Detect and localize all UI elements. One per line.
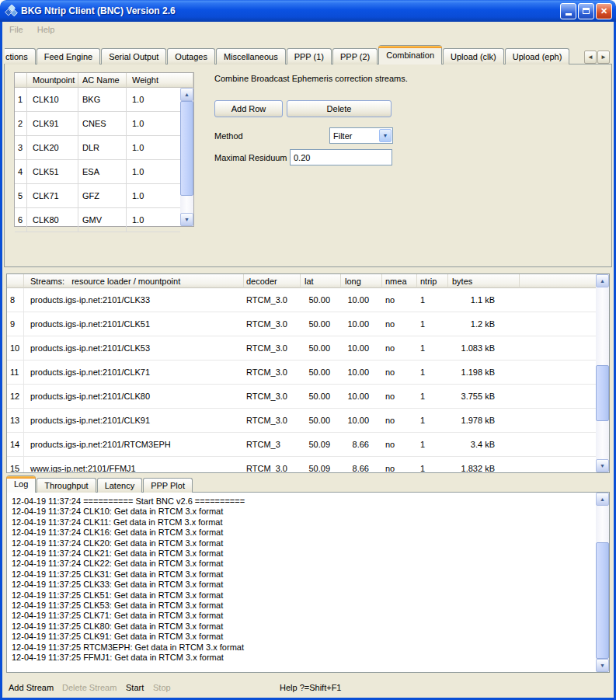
ac-name-cell: ESA	[78, 160, 127, 183]
stream-row[interactable]: 13products.igs-ip.net:2101/CLK91RTCM_3.0…	[7, 409, 609, 433]
add-row-button[interactable]: Add Row	[214, 100, 283, 117]
maximize-icon	[583, 8, 590, 14]
maximal-residuum-input[interactable]	[290, 149, 392, 165]
combination-row[interactable]: 2CLK91CNES1.0	[15, 112, 180, 136]
weight-cell: 1.0	[127, 88, 180, 111]
scrollbar-thumb[interactable]	[180, 101, 193, 196]
bytes-cell: 1.1 kB	[448, 288, 520, 312]
window-content: File Help ctionsFeed EngineSerial Output…	[0, 22, 616, 700]
column-header-ntrip[interactable]: ntrip	[417, 274, 448, 288]
stream-row[interactable]: 10products.igs-ip.net:2101/CLK53RTCM_3.0…	[7, 336, 609, 360]
lat-cell: 50.00	[301, 336, 341, 360]
menu-file[interactable]: File	[9, 25, 23, 34]
log-line: 12-04-19 11:37:24 CLK10: Get data in RTC…	[12, 507, 609, 517]
log-panel: 12-04-19 11:37:24 ========== Start BNC v…	[6, 492, 610, 673]
tab-log[interactable]: Log	[6, 475, 36, 493]
mountpoint-cell: CLK10	[27, 88, 78, 111]
bytes-cell: 3.755 kB	[448, 385, 520, 408]
combination-row[interactable]: 1CLK10BKG1.0	[15, 88, 180, 112]
tab-scroll-right-icon[interactable]: ►	[597, 50, 610, 64]
column-header-streams[interactable]: Streams: resource loader / mountpoint	[24, 274, 244, 288]
streams-table-scrollbar[interactable]: ▲ ▼	[596, 274, 609, 472]
scrollbar-track[interactable]	[596, 287, 609, 459]
scrollbar-thumb[interactable]	[596, 542, 609, 659]
tab-ppp-plot[interactable]: PPP Plot	[143, 478, 193, 493]
decoder-cell: RTCM_3.0	[244, 409, 301, 432]
tab-serial-output[interactable]: Serial Output	[101, 48, 166, 64]
tab-feed-engine[interactable]: Feed Engine	[37, 48, 100, 64]
close-button[interactable]: ✕	[596, 3, 612, 19]
weight-cell: 1.0	[127, 208, 180, 232]
combination-row[interactable]: 3CLK20DLR1.0	[15, 136, 180, 160]
scroll-down-icon[interactable]: ▼	[596, 459, 609, 472]
app-window: BKG Ntrip Client (BNC) Version 2.6 ✕ Fil…	[0, 0, 616, 700]
stream-row[interactable]: 14products.igs-ip.net:2101/RTCM3EPHRTCM_…	[7, 433, 609, 457]
delete-button[interactable]: Delete	[287, 100, 392, 117]
combination-panel: Mountpoint AC Name Weight 1CLK10BKG1.02C…	[4, 64, 612, 267]
combo-arrow-icon[interactable]: ▼	[379, 129, 392, 142]
log-line: 12-04-19 11:37:25 CLK31: Get data in RTC…	[12, 569, 609, 580]
corner-header	[7, 274, 24, 288]
stream-row[interactable]: 12products.igs-ip.net:2101/CLK80RTCM_3.0…	[7, 385, 609, 409]
scrollbar-track[interactable]	[180, 101, 193, 213]
nmea-cell: no	[382, 409, 417, 432]
log-line: 12-04-19 11:37:24 CLK20: Get data in RTC…	[12, 538, 609, 549]
column-header-nmea[interactable]: nmea	[382, 274, 417, 288]
combination-table: Mountpoint AC Name Weight 1CLK10BKG1.02C…	[14, 72, 194, 227]
title-bar[interactable]: BKG Ntrip Client (BNC) Version 2.6 ✕	[0, 0, 616, 22]
add-stream-action[interactable]: Add Stream	[9, 683, 54, 692]
column-header-ac-name[interactable]: AC Name	[78, 73, 127, 88]
tab-upload-clk[interactable]: Upload (clk)	[443, 48, 504, 64]
tab-combination[interactable]: Combination	[378, 45, 442, 64]
method-select[interactable]: Filter ▼	[329, 127, 393, 144]
stream-row[interactable]: 8products.igs-ip.net:2101/CLK33RTCM_3.05…	[7, 288, 609, 312]
tab-outages[interactable]: Outages	[167, 48, 215, 64]
window-controls: ✕	[560, 3, 612, 19]
tab-throughput[interactable]: Throughput	[37, 478, 96, 493]
maximize-button[interactable]	[578, 3, 594, 19]
log-line: 12-04-19 11:37:24 CLK22: Get data in RTC…	[12, 559, 609, 569]
scrollbar-track[interactable]	[596, 506, 609, 659]
stream-row[interactable]: 11products.igs-ip.net:2101/CLK71RTCM_3.0…	[7, 360, 609, 385]
tab-scroll-left-icon[interactable]: ◄	[584, 50, 597, 64]
decoder-cell: RTCM_3.0	[244, 312, 301, 336]
column-header-mountpoint[interactable]: Mountpoint	[27, 73, 78, 88]
scrollbar-thumb[interactable]	[596, 365, 609, 421]
scroll-down-icon[interactable]: ▼	[180, 213, 193, 226]
column-header-weight[interactable]: Weight	[127, 73, 193, 88]
combination-row[interactable]: 4CLK51ESA1.0	[15, 160, 180, 184]
ntrip-cell: 1	[417, 336, 448, 360]
combination-row[interactable]: 6CLK80GMV1.0	[15, 208, 180, 232]
tab-ppp-2[interactable]: PPP (2)	[332, 48, 378, 64]
combination-row[interactable]: 5CLK71GFZ1.0	[15, 184, 180, 208]
column-header-decoder[interactable]: decoder	[244, 274, 301, 288]
minimize-button[interactable]	[560, 3, 576, 19]
column-header-bytes[interactable]: bytes	[448, 274, 520, 288]
stream-row[interactable]: 15www.igs-ip.net:2101/FFMJ1RTCM_3.050.09…	[7, 457, 609, 473]
scroll-down-icon[interactable]: ▼	[596, 659, 609, 672]
tab-miscellaneous[interactable]: Miscellaneous	[216, 48, 286, 64]
ntrip-cell: 1	[417, 433, 448, 456]
bytes-cell: 1.2 kB	[448, 312, 520, 336]
combination-table-scrollbar[interactable]: ▲ ▼	[180, 88, 193, 226]
tab-upload-eph[interactable]: Upload (eph)	[505, 48, 570, 64]
scroll-up-icon[interactable]: ▲	[596, 493, 609, 506]
scroll-up-icon[interactable]: ▲	[180, 88, 193, 101]
menu-help[interactable]: Help	[37, 25, 55, 34]
lat-cell: 50.00	[301, 409, 341, 432]
tab-latency[interactable]: Latency	[97, 478, 143, 493]
log-scrollbar[interactable]: ▲ ▼	[596, 493, 609, 672]
help-shift-f1-action[interactable]: Help ?=Shift+F1	[280, 683, 342, 692]
long-cell: 10.00	[341, 409, 382, 432]
scroll-up-icon[interactable]: ▲	[596, 274, 609, 287]
mountpoint-cell: CLK20	[27, 136, 78, 159]
mountpoint-cell: CLK80	[27, 208, 78, 232]
tab-ppp-1[interactable]: PPP (1)	[287, 48, 332, 64]
ntrip-cell: 1	[417, 457, 448, 473]
tab-ctions[interactable]: ctions	[5, 48, 36, 64]
column-header-lat[interactable]: lat	[301, 274, 341, 288]
stream-row[interactable]: 9products.igs-ip.net:2101/CLK51RTCM_3.05…	[7, 312, 609, 336]
start-action[interactable]: Start	[126, 683, 144, 692]
long-cell: 10.00	[341, 385, 382, 408]
column-header-long[interactable]: long	[341, 274, 382, 288]
